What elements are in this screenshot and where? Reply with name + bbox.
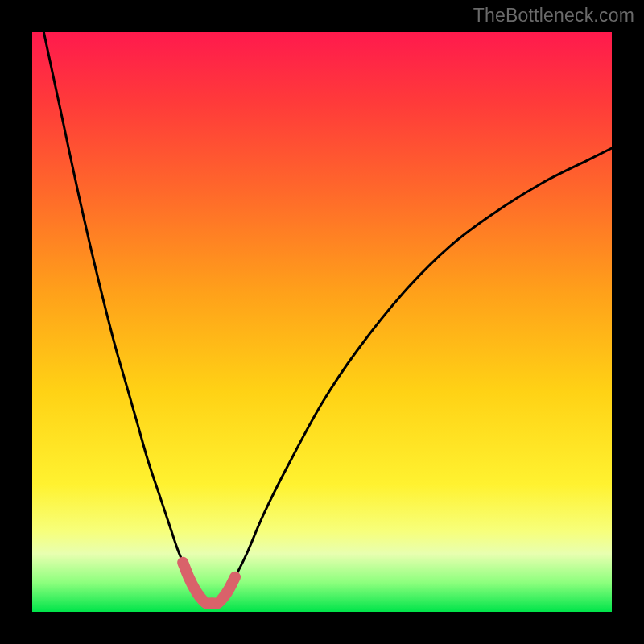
curve-layer xyxy=(32,32,612,612)
plot-area xyxy=(32,32,612,612)
curve-right-branch xyxy=(217,148,612,603)
watermark-text: TheBottleneck.com xyxy=(473,5,634,27)
chart-frame: TheBottleneck.com xyxy=(0,0,644,644)
curve-left-branch xyxy=(43,32,206,603)
valley-marker-line xyxy=(183,563,235,604)
